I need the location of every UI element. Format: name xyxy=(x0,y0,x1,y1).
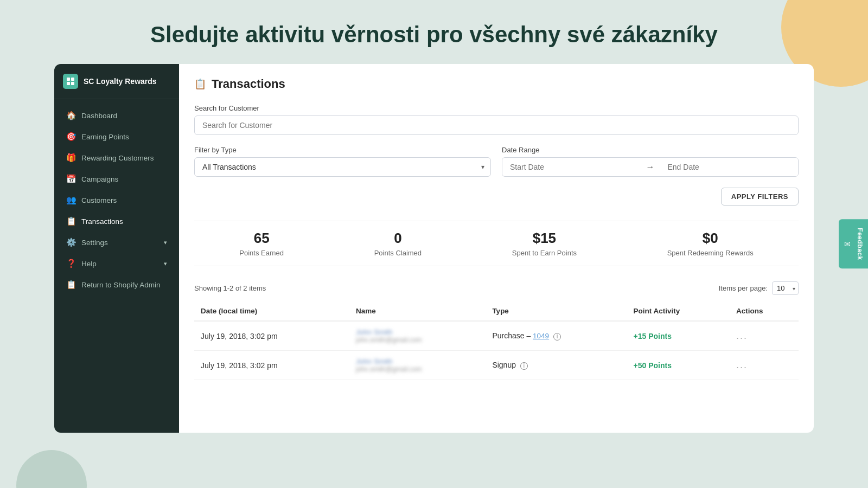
row2-info-icon[interactable]: i xyxy=(520,362,528,370)
sidebar-item-customers[interactable]: 👥 Customers xyxy=(58,190,176,210)
row2-point-activity: +50 Points xyxy=(627,351,730,380)
sidebar-label-help: Help xyxy=(81,260,97,268)
svg-rect-0 xyxy=(67,78,70,81)
stat-spent-earn-value: $15 xyxy=(512,230,577,247)
row2-action-menu-button[interactable]: ... xyxy=(736,359,748,370)
sidebar-item-help[interactable]: ❓ Help ▾ xyxy=(58,253,176,274)
stat-spent-earn: $15 Spent to Earn Points xyxy=(512,230,577,257)
main-layout: SC Loyalty Rewards 🏠 Dashboard 🎯 Earning… xyxy=(0,64,868,433)
sidebar-label-return-shopify: Return to Shopify Admin xyxy=(81,281,161,289)
start-date-input[interactable] xyxy=(502,158,641,176)
stat-points-earned-label: Points Earned xyxy=(239,249,284,257)
stat-spent-redeeming-label: Spent Redeeming Rewards xyxy=(667,249,754,257)
stat-spent-redeeming-value: $0 xyxy=(667,230,754,247)
sidebar-item-return-shopify[interactable]: 📋 Return to Shopify Admin xyxy=(58,274,176,295)
main-headline: Sledujte aktivitu věrnosti pro všechny s… xyxy=(0,22,868,48)
transactions-title: Transactions xyxy=(212,77,285,91)
search-section: Search for Customer xyxy=(194,104,799,135)
sidebar-item-transactions[interactable]: 📋 Transactions xyxy=(58,211,176,232)
filter-type-wrapper: All Transactions Purchase Signup Redempt… xyxy=(194,157,491,177)
sidebar: SC Loyalty Rewards 🏠 Dashboard 🎯 Earning… xyxy=(54,64,179,433)
row1-actions: ... xyxy=(730,321,799,351)
transactions-table: Date (local time) Name Type Point Activi… xyxy=(194,301,799,380)
apply-filters-button[interactable]: APPLY FILTERS xyxy=(721,188,799,206)
search-label: Search for Customer xyxy=(194,104,799,112)
sidebar-nav: 🏠 Dashboard 🎯 Earning Points 🎁 Rewarding… xyxy=(54,99,179,301)
page-heading: Sledujte aktivitu věrnosti pro všechny s… xyxy=(0,0,868,64)
customers-icon: 👥 xyxy=(66,195,76,205)
transactions-header: 📋 Transactions xyxy=(194,77,799,91)
col-type: Type xyxy=(486,301,627,321)
date-arrow-icon: → xyxy=(641,162,660,172)
end-date-input[interactable] xyxy=(660,158,799,176)
sidebar-label-earning-points: Earning Points xyxy=(81,133,129,141)
row2-date: July 19, 2018, 3:02 pm xyxy=(194,351,349,380)
row1-info-icon[interactable]: i xyxy=(553,333,561,341)
feedback-tab-text: Feedback xyxy=(856,228,864,260)
return-icon: 📋 xyxy=(66,280,76,290)
row2-type-text: Signup xyxy=(492,361,516,369)
sidebar-logo-icon xyxy=(63,74,78,89)
sidebar-item-rewarding-customers[interactable]: 🎁 Rewarding Customers xyxy=(58,147,176,168)
row1-customer: John Smith john.smith@gmail.com xyxy=(349,321,486,351)
stat-points-earned-value: 65 xyxy=(239,230,284,247)
settings-icon: ⚙️ xyxy=(66,237,76,247)
sidebar-label-campaigns: Campaigns xyxy=(81,175,118,183)
table-header-row: Showing 1-2 of 2 items Items per page: 1… xyxy=(194,281,799,295)
earning-icon: 🎯 xyxy=(66,132,76,142)
col-name: Name xyxy=(349,301,486,321)
stat-points-claimed-label: Points Claimed xyxy=(374,249,422,257)
svg-rect-1 xyxy=(71,78,74,81)
filter-type-label: Filter by Type xyxy=(194,146,491,154)
row1-points-value: +15 Points xyxy=(634,332,672,341)
search-input[interactable] xyxy=(194,115,799,135)
filter-type-group: Filter by Type All Transactions Purchase… xyxy=(194,146,491,177)
row1-type-text: Purchase – xyxy=(492,331,533,340)
transactions-icon: 📋 xyxy=(66,216,76,226)
sidebar-label-rewarding-customers: Rewarding Customers xyxy=(81,154,154,162)
row1-customer-name: John Smith xyxy=(356,328,479,336)
apply-btn-row: APPLY FILTERS xyxy=(194,188,799,206)
row2-points-value: +50 Points xyxy=(634,361,672,370)
row1-date: July 19, 2018, 3:02 pm xyxy=(194,321,349,351)
sidebar-label-dashboard: Dashboard xyxy=(81,112,117,120)
date-range-label: Date Range xyxy=(502,146,799,154)
row2-customer-name: John Smith xyxy=(356,357,479,365)
row1-order-link[interactable]: 1049 xyxy=(533,332,549,340)
svg-rect-2 xyxy=(67,82,70,85)
row1-action-menu-button[interactable]: ... xyxy=(736,330,748,341)
row2-actions: ... xyxy=(730,351,799,380)
settings-chevron-icon: ▾ xyxy=(164,239,167,246)
filters-row: Filter by Type All Transactions Purchase… xyxy=(194,146,799,177)
sidebar-label-settings: Settings xyxy=(81,239,108,247)
main-content: 📋 Transactions Search for Customer Filte… xyxy=(179,64,814,433)
items-per-page-label: Items per page: xyxy=(719,284,768,292)
row2-customer: John Smith john.smith@gmail.com xyxy=(349,351,486,380)
help-icon: ❓ xyxy=(66,259,76,268)
col-date: Date (local time) xyxy=(194,301,349,321)
sidebar-logo: SC Loyalty Rewards xyxy=(54,64,179,99)
sidebar-label-transactions: Transactions xyxy=(81,217,123,226)
items-per-page-select[interactable]: 10 25 50 xyxy=(772,281,799,295)
filter-type-select[interactable]: All Transactions Purchase Signup Redempt… xyxy=(194,157,491,177)
feedback-tab-icon: ✉ xyxy=(843,240,852,248)
table-row: July 19, 2018, 3:02 pm John Smith john.s… xyxy=(194,351,799,380)
col-actions: Actions xyxy=(730,301,799,321)
sidebar-item-dashboard[interactable]: 🏠 Dashboard xyxy=(58,105,176,126)
sidebar-item-earning-points[interactable]: 🎯 Earning Points xyxy=(58,126,176,147)
grid-icon xyxy=(66,77,75,86)
row2-customer-email: john.smith@gmail.com xyxy=(356,365,479,373)
feedback-tab[interactable]: Feedback ✉ xyxy=(839,219,868,268)
transactions-header-icon: 📋 xyxy=(194,78,206,90)
stat-points-claimed-value: 0 xyxy=(374,230,422,247)
col-point-activity: Point Activity xyxy=(627,301,730,321)
stat-spent-earn-label: Spent to Earn Points xyxy=(512,249,577,257)
table-head: Date (local time) Name Type Point Activi… xyxy=(194,301,799,321)
help-chevron-icon: ▾ xyxy=(164,260,167,267)
sidebar-item-campaigns[interactable]: 📅 Campaigns xyxy=(58,169,176,189)
sidebar-item-settings[interactable]: ⚙️ Settings ▾ xyxy=(58,232,176,253)
date-range-wrapper: → xyxy=(502,157,799,177)
table-body: July 19, 2018, 3:02 pm John Smith john.s… xyxy=(194,321,799,380)
stats-row: 65 Points Earned 0 Points Claimed $15 Sp… xyxy=(194,221,799,266)
deco-circle-bottom-left xyxy=(16,450,87,488)
